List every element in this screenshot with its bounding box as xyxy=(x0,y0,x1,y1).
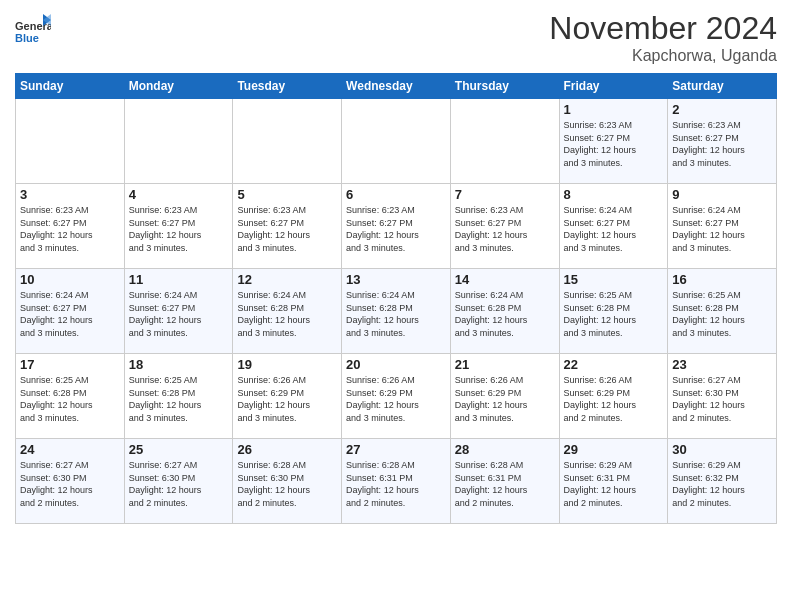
logo: General Blue xyxy=(15,10,51,52)
day-number: 8 xyxy=(564,187,664,202)
day-number: 27 xyxy=(346,442,446,457)
day-info: Sunrise: 6:23 AMSunset: 6:27 PMDaylight:… xyxy=(346,204,446,254)
calendar-cell: 10Sunrise: 6:24 AMSunset: 6:27 PMDayligh… xyxy=(16,269,125,354)
day-number: 6 xyxy=(346,187,446,202)
calendar-table: Sunday Monday Tuesday Wednesday Thursday… xyxy=(15,73,777,524)
calendar-cell: 14Sunrise: 6:24 AMSunset: 6:28 PMDayligh… xyxy=(450,269,559,354)
day-number: 18 xyxy=(129,357,229,372)
day-info: Sunrise: 6:23 AMSunset: 6:27 PMDaylight:… xyxy=(237,204,337,254)
day-info: Sunrise: 6:29 AMSunset: 6:31 PMDaylight:… xyxy=(564,459,664,509)
day-number: 2 xyxy=(672,102,772,117)
day-info: Sunrise: 6:24 AMSunset: 6:28 PMDaylight:… xyxy=(346,289,446,339)
calendar-body: 1Sunrise: 6:23 AMSunset: 6:27 PMDaylight… xyxy=(16,99,777,524)
day-info: Sunrise: 6:24 AMSunset: 6:27 PMDaylight:… xyxy=(20,289,120,339)
day-number: 11 xyxy=(129,272,229,287)
calendar-cell: 30Sunrise: 6:29 AMSunset: 6:32 PMDayligh… xyxy=(668,439,777,524)
calendar-week-4: 17Sunrise: 6:25 AMSunset: 6:28 PMDayligh… xyxy=(16,354,777,439)
calendar-cell: 18Sunrise: 6:25 AMSunset: 6:28 PMDayligh… xyxy=(124,354,233,439)
col-thursday: Thursday xyxy=(450,74,559,99)
day-number: 22 xyxy=(564,357,664,372)
day-number: 20 xyxy=(346,357,446,372)
calendar-cell: 5Sunrise: 6:23 AMSunset: 6:27 PMDaylight… xyxy=(233,184,342,269)
day-info: Sunrise: 6:27 AMSunset: 6:30 PMDaylight:… xyxy=(129,459,229,509)
day-number: 23 xyxy=(672,357,772,372)
calendar-cell xyxy=(16,99,125,184)
calendar-cell: 29Sunrise: 6:29 AMSunset: 6:31 PMDayligh… xyxy=(559,439,668,524)
day-info: Sunrise: 6:28 AMSunset: 6:31 PMDaylight:… xyxy=(455,459,555,509)
page-container: General Blue November 2024 Kapchorwa, Ug… xyxy=(0,0,792,534)
day-number: 17 xyxy=(20,357,120,372)
day-info: Sunrise: 6:23 AMSunset: 6:27 PMDaylight:… xyxy=(455,204,555,254)
calendar-cell: 22Sunrise: 6:26 AMSunset: 6:29 PMDayligh… xyxy=(559,354,668,439)
col-tuesday: Tuesday xyxy=(233,74,342,99)
day-info: Sunrise: 6:26 AMSunset: 6:29 PMDaylight:… xyxy=(455,374,555,424)
calendar-week-2: 3Sunrise: 6:23 AMSunset: 6:27 PMDaylight… xyxy=(16,184,777,269)
calendar-cell xyxy=(124,99,233,184)
calendar-cell: 12Sunrise: 6:24 AMSunset: 6:28 PMDayligh… xyxy=(233,269,342,354)
calendar-week-3: 10Sunrise: 6:24 AMSunset: 6:27 PMDayligh… xyxy=(16,269,777,354)
day-number: 28 xyxy=(455,442,555,457)
calendar-cell: 4Sunrise: 6:23 AMSunset: 6:27 PMDaylight… xyxy=(124,184,233,269)
calendar-cell: 3Sunrise: 6:23 AMSunset: 6:27 PMDaylight… xyxy=(16,184,125,269)
svg-text:Blue: Blue xyxy=(15,32,39,44)
calendar-cell: 27Sunrise: 6:28 AMSunset: 6:31 PMDayligh… xyxy=(342,439,451,524)
location: Kapchorwa, Uganda xyxy=(549,47,777,65)
calendar-cell: 28Sunrise: 6:28 AMSunset: 6:31 PMDayligh… xyxy=(450,439,559,524)
header: General Blue November 2024 Kapchorwa, Ug… xyxy=(15,10,777,65)
day-info: Sunrise: 6:25 AMSunset: 6:28 PMDaylight:… xyxy=(129,374,229,424)
day-info: Sunrise: 6:26 AMSunset: 6:29 PMDaylight:… xyxy=(237,374,337,424)
calendar-cell: 9Sunrise: 6:24 AMSunset: 6:27 PMDaylight… xyxy=(668,184,777,269)
calendar-cell xyxy=(233,99,342,184)
day-info: Sunrise: 6:24 AMSunset: 6:28 PMDaylight:… xyxy=(237,289,337,339)
day-number: 19 xyxy=(237,357,337,372)
day-info: Sunrise: 6:26 AMSunset: 6:29 PMDaylight:… xyxy=(346,374,446,424)
col-saturday: Saturday xyxy=(668,74,777,99)
col-friday: Friday xyxy=(559,74,668,99)
day-number: 14 xyxy=(455,272,555,287)
header-row: Sunday Monday Tuesday Wednesday Thursday… xyxy=(16,74,777,99)
day-number: 16 xyxy=(672,272,772,287)
col-wednesday: Wednesday xyxy=(342,74,451,99)
day-number: 26 xyxy=(237,442,337,457)
day-number: 7 xyxy=(455,187,555,202)
calendar-cell: 1Sunrise: 6:23 AMSunset: 6:27 PMDaylight… xyxy=(559,99,668,184)
day-number: 13 xyxy=(346,272,446,287)
day-info: Sunrise: 6:24 AMSunset: 6:27 PMDaylight:… xyxy=(129,289,229,339)
calendar-cell: 13Sunrise: 6:24 AMSunset: 6:28 PMDayligh… xyxy=(342,269,451,354)
day-number: 3 xyxy=(20,187,120,202)
day-info: Sunrise: 6:24 AMSunset: 6:27 PMDaylight:… xyxy=(564,204,664,254)
day-info: Sunrise: 6:24 AMSunset: 6:27 PMDaylight:… xyxy=(672,204,772,254)
day-number: 21 xyxy=(455,357,555,372)
calendar-cell: 6Sunrise: 6:23 AMSunset: 6:27 PMDaylight… xyxy=(342,184,451,269)
calendar-week-5: 24Sunrise: 6:27 AMSunset: 6:30 PMDayligh… xyxy=(16,439,777,524)
day-info: Sunrise: 6:23 AMSunset: 6:27 PMDaylight:… xyxy=(20,204,120,254)
calendar-cell: 7Sunrise: 6:23 AMSunset: 6:27 PMDaylight… xyxy=(450,184,559,269)
calendar-cell: 8Sunrise: 6:24 AMSunset: 6:27 PMDaylight… xyxy=(559,184,668,269)
day-info: Sunrise: 6:28 AMSunset: 6:30 PMDaylight:… xyxy=(237,459,337,509)
day-info: Sunrise: 6:23 AMSunset: 6:27 PMDaylight:… xyxy=(672,119,772,169)
day-number: 12 xyxy=(237,272,337,287)
calendar-cell: 16Sunrise: 6:25 AMSunset: 6:28 PMDayligh… xyxy=(668,269,777,354)
day-number: 30 xyxy=(672,442,772,457)
col-sunday: Sunday xyxy=(16,74,125,99)
day-info: Sunrise: 6:27 AMSunset: 6:30 PMDaylight:… xyxy=(672,374,772,424)
calendar-cell: 21Sunrise: 6:26 AMSunset: 6:29 PMDayligh… xyxy=(450,354,559,439)
calendar-cell: 25Sunrise: 6:27 AMSunset: 6:30 PMDayligh… xyxy=(124,439,233,524)
calendar-cell: 26Sunrise: 6:28 AMSunset: 6:30 PMDayligh… xyxy=(233,439,342,524)
day-info: Sunrise: 6:25 AMSunset: 6:28 PMDaylight:… xyxy=(564,289,664,339)
day-number: 10 xyxy=(20,272,120,287)
calendar-cell: 15Sunrise: 6:25 AMSunset: 6:28 PMDayligh… xyxy=(559,269,668,354)
calendar-week-1: 1Sunrise: 6:23 AMSunset: 6:27 PMDaylight… xyxy=(16,99,777,184)
day-number: 9 xyxy=(672,187,772,202)
calendar-cell xyxy=(450,99,559,184)
day-info: Sunrise: 6:29 AMSunset: 6:32 PMDaylight:… xyxy=(672,459,772,509)
day-info: Sunrise: 6:27 AMSunset: 6:30 PMDaylight:… xyxy=(20,459,120,509)
month-title: November 2024 xyxy=(549,10,777,47)
col-monday: Monday xyxy=(124,74,233,99)
day-info: Sunrise: 6:23 AMSunset: 6:27 PMDaylight:… xyxy=(129,204,229,254)
day-info: Sunrise: 6:24 AMSunset: 6:28 PMDaylight:… xyxy=(455,289,555,339)
calendar-cell: 24Sunrise: 6:27 AMSunset: 6:30 PMDayligh… xyxy=(16,439,125,524)
calendar-cell: 2Sunrise: 6:23 AMSunset: 6:27 PMDaylight… xyxy=(668,99,777,184)
calendar-header: Sunday Monday Tuesday Wednesday Thursday… xyxy=(16,74,777,99)
day-info: Sunrise: 6:23 AMSunset: 6:27 PMDaylight:… xyxy=(564,119,664,169)
